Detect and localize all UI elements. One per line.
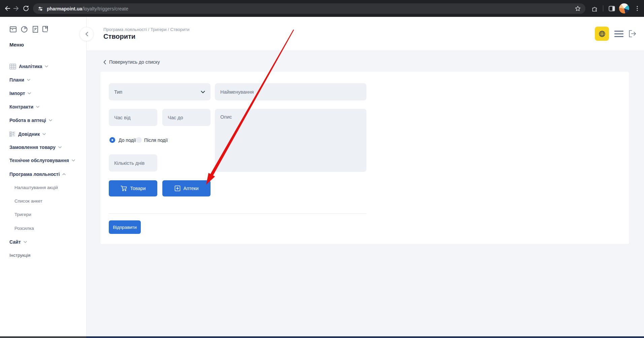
sidebar-item-label: Замовлення товару [9, 145, 56, 150]
site-info-icon[interactable] [37, 6, 43, 12]
type-select[interactable]: Тип [109, 83, 211, 100]
forward-icon[interactable] [12, 5, 20, 12]
globe-icon [598, 30, 606, 38]
url-text: pharmapoint.ua/loyalty/triggers/create [47, 6, 128, 11]
sidebar-item[interactable]: Програма лояльності [9, 171, 66, 178]
name-input[interactable] [215, 83, 366, 100]
chevron-left-icon [85, 32, 88, 36]
sidebar-item-label: Плани [9, 77, 24, 83]
sidebar-item[interactable]: Технічне обслуговування [9, 157, 75, 164]
breadcrumb: Програма лояльності / Тригери / Створити [103, 27, 190, 32]
language-button[interactable] [595, 27, 609, 41]
table-grid-icon [9, 64, 16, 69]
description-textarea[interactable] [215, 109, 366, 172]
back-link-label: Повернутись до списку [109, 59, 160, 65]
sidebar-menu-title: Меню [9, 42, 24, 48]
sidebar-item-label: Програма лояльності [9, 172, 60, 177]
chevron-down-icon [72, 159, 75, 161]
reload-icon[interactable] [22, 5, 30, 12]
sidebar-item[interactable]: Налаштування акцій [14, 184, 58, 191]
chevron-down-icon [36, 106, 39, 108]
type-select-value: Тип [114, 89, 122, 95]
sidebar-item[interactable]: Інструкція [9, 252, 30, 258]
sidebar-item-label: Імпорт [9, 91, 25, 96]
screen: pharmapoint.ua/loyalty/triggers/create [0, 0, 644, 338]
sidebar-divider [86, 17, 87, 336]
chevron-down-icon [42, 133, 46, 135]
book-icon[interactable] [41, 25, 49, 33]
sidebar-item[interactable]: Робота в аптеці [9, 117, 52, 124]
archive-icon[interactable] [9, 25, 17, 33]
toolbar-separator [603, 5, 603, 11]
radio-after-event[interactable] [136, 137, 142, 143]
plus-square-icon [174, 185, 181, 191]
sidebar-item[interactable]: Довідник [9, 131, 46, 137]
sidebar-item-label: Список анкет [14, 198, 42, 204]
pharmacies-button-label: Аптеки [184, 186, 199, 191]
radio-after-event-label[interactable]: Після події [144, 137, 168, 143]
radio-before-event[interactable] [109, 137, 115, 143]
sidebar-item[interactable]: Замовлення товару [9, 144, 62, 151]
sidebar-item[interactable]: Тригери [14, 211, 31, 218]
extensions-icon[interactable] [591, 5, 598, 12]
sidebar-item[interactable]: Плани [9, 76, 30, 83]
browser-menu-icon[interactable] [634, 5, 641, 12]
sidebar-item[interactable]: Аналітика [9, 63, 48, 70]
list-rows-icon [9, 131, 15, 137]
radio-before-event-label[interactable]: До події [119, 137, 136, 143]
page-title: Створити [103, 33, 135, 40]
sidebar-item[interactable]: Розсилка [14, 225, 34, 232]
chevron-left-icon [103, 60, 106, 64]
sidebar-item-label: Налаштування акцій [14, 185, 58, 190]
back-icon[interactable] [4, 5, 11, 12]
trigger-form-card: Тип До події Після події Товари [100, 72, 629, 244]
logout-icon[interactable] [629, 30, 637, 37]
header-divider [87, 51, 644, 51]
cart-icon [121, 185, 127, 191]
sidebar-item-label: Робота в аптеці [9, 118, 46, 123]
url-path: /loyalty/triggers/create [82, 6, 128, 11]
browser-toolbar: pharmapoint.ua/loyalty/triggers/create [0, 0, 644, 17]
sidebar-item-label: Тригери [14, 212, 31, 217]
sidebar-item-label: Інструкція [9, 253, 30, 258]
sidebar-item-label: Розсилка [14, 226, 34, 231]
chevron-down-icon [201, 91, 205, 93]
time-to-input[interactable] [162, 109, 211, 126]
bottom-scrollbar-left[interactable] [0, 336, 86, 338]
chevron-down-icon [28, 92, 31, 94]
days-count-input[interactable] [109, 154, 157, 172]
products-button[interactable]: Товари [109, 180, 157, 196]
url-host: pharmapoint.ua [47, 6, 82, 11]
sidebar-item[interactable]: Сайт [9, 239, 27, 245]
chevron-down-icon [58, 146, 62, 148]
collapse-sidebar-button[interactable] [79, 27, 94, 41]
back-to-list-link[interactable]: Повернутись до списку [103, 59, 160, 65]
pie-chart-icon[interactable] [20, 25, 28, 33]
submit-button[interactable]: Відправити [109, 220, 141, 234]
chevron-up-icon [62, 173, 66, 175]
app-menu-icon[interactable] [614, 31, 623, 37]
sidebar-item-label: Контракти [9, 104, 33, 110]
sidebar-item[interactable]: Список анкет [14, 197, 42, 204]
sidebar-item[interactable]: Контракти [9, 103, 39, 110]
chevron-down-icon [49, 119, 52, 121]
sidebar-item[interactable]: Імпорт [9, 90, 31, 97]
chevron-down-icon [27, 79, 30, 81]
submit-button-label: Відправити [113, 225, 137, 230]
bookmark-star-icon[interactable] [574, 5, 581, 12]
profile-avatar[interactable] [619, 3, 629, 13]
chevron-down-icon [24, 241, 27, 243]
address-bar[interactable]: pharmapoint.ua/loyalty/triggers/create [33, 3, 585, 14]
sidebar-item-label: Технічне обслуговування [9, 158, 69, 163]
time-from-input[interactable] [109, 109, 157, 126]
note-icon[interactable] [31, 25, 39, 33]
sidebar-item-label: Сайт [9, 239, 21, 245]
sidebar-item-label: Довідник [18, 131, 40, 137]
products-button-label: Товари [130, 186, 146, 191]
bottom-scrollbar-right[interactable] [86, 336, 644, 338]
chevron-down-icon [45, 65, 48, 67]
side-panel-icon[interactable] [608, 5, 615, 12]
sidebar-item-label: Аналітика [19, 64, 42, 69]
pharmacies-button[interactable]: Аптеки [162, 180, 211, 196]
form-divider [109, 213, 366, 214]
